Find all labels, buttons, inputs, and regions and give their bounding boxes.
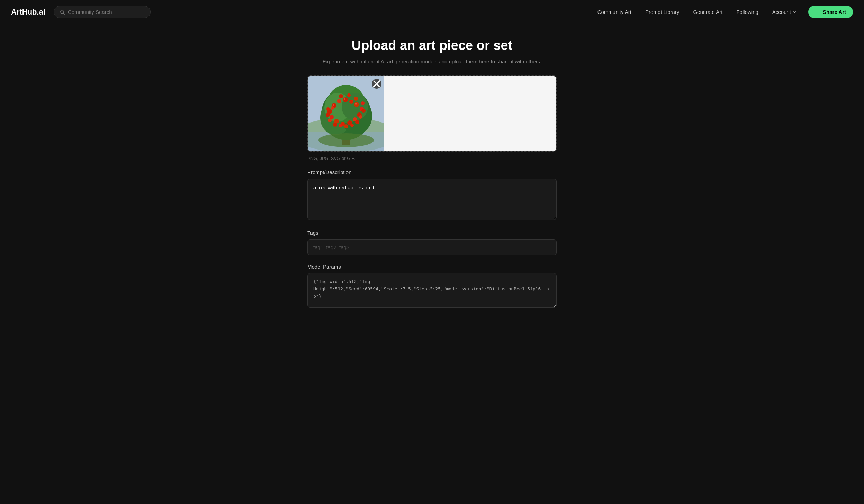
svg-point-18 <box>349 100 353 104</box>
nav-links: Community Art Prompt Library Generate Ar… <box>592 6 853 18</box>
account-menu[interactable]: Account <box>767 6 803 18</box>
svg-point-43 <box>333 104 334 106</box>
svg-point-35 <box>355 120 359 124</box>
svg-point-45 <box>355 103 357 105</box>
model-params-section: Model Params {"Img Width":512,"Img Heigh… <box>307 264 557 309</box>
svg-line-1 <box>63 13 65 15</box>
svg-point-29 <box>339 94 343 98</box>
prompt-label: Prompt/Description <box>307 169 557 175</box>
page-title: Upload an art piece or set <box>307 38 557 53</box>
navbar: ArtHub.ai Community Art Prompt Library G… <box>0 0 864 24</box>
tags-label: Tags <box>307 230 557 236</box>
svg-point-42 <box>326 107 330 111</box>
svg-point-40 <box>328 119 332 122</box>
nav-prompt-library[interactable]: Prompt Library <box>640 6 685 18</box>
plus-icon <box>815 9 821 15</box>
search-icon <box>60 9 65 15</box>
svg-point-19 <box>354 102 359 107</box>
svg-point-33 <box>361 109 366 113</box>
app-logo[interactable]: ArtHub.ai <box>11 8 45 17</box>
tags-input[interactable] <box>307 239 557 255</box>
svg-point-32 <box>361 101 364 105</box>
remove-image-button[interactable] <box>372 79 381 89</box>
nav-generate-art[interactable]: Generate Art <box>687 6 728 18</box>
model-params-label: Model Params <box>307 264 557 270</box>
svg-point-31 <box>354 97 358 101</box>
svg-point-36 <box>350 124 354 127</box>
upload-more-area[interactable] <box>384 76 556 151</box>
svg-point-38 <box>339 124 342 127</box>
svg-point-26 <box>330 115 334 119</box>
chevron-down-icon <box>792 10 797 15</box>
svg-point-30 <box>347 93 351 97</box>
svg-point-46 <box>318 133 374 147</box>
svg-point-39 <box>333 123 337 127</box>
svg-point-16 <box>337 99 341 103</box>
search-bar <box>54 6 151 18</box>
account-label: Account <box>772 9 791 15</box>
svg-point-37 <box>344 124 348 128</box>
svg-point-41 <box>326 113 330 117</box>
svg-point-34 <box>359 115 362 119</box>
svg-point-28 <box>331 106 334 110</box>
svg-point-0 <box>61 10 64 13</box>
model-params-textarea[interactable]: {"Img Width":512,"Img Height":512,"Seed"… <box>307 273 557 308</box>
share-art-button[interactable]: Share Art <box>808 6 853 18</box>
prompt-textarea[interactable]: a tree with red apples on it <box>307 179 557 220</box>
prompt-section: Prompt/Description a tree with red apple… <box>307 169 557 222</box>
nav-community-art[interactable]: Community Art <box>592 6 637 18</box>
upload-area[interactable] <box>307 75 557 152</box>
nav-following[interactable]: Following <box>731 6 764 18</box>
search-input[interactable] <box>68 9 145 15</box>
file-types-text: PNG, JPG, SVG or GIF. <box>307 156 557 161</box>
close-icon <box>372 79 381 89</box>
tags-section: Tags <box>307 230 557 255</box>
page-subtitle: Experiment with different AI art generat… <box>307 58 557 64</box>
svg-point-44 <box>344 98 345 100</box>
main-content: Upload an art piece or set Experiment wi… <box>300 24 564 345</box>
svg-point-17 <box>343 97 348 102</box>
uploaded-image-container <box>308 76 384 151</box>
